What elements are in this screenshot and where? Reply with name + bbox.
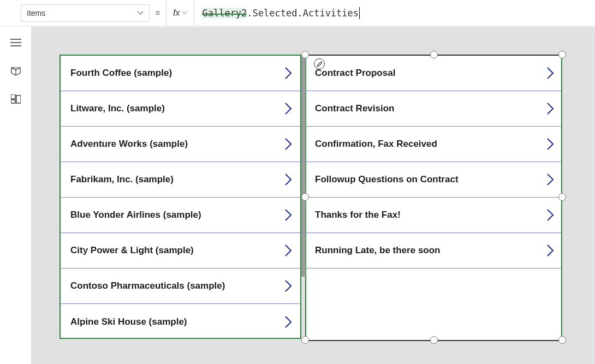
tree-view-icon[interactable]: [10, 67, 21, 75]
resize-handle[interactable]: [558, 51, 566, 58]
list-item-label: Alpine Ski House (sample): [70, 317, 187, 327]
list-item[interactable]: Fourth Coffee (sample): [61, 56, 300, 91]
formula-bar: Items = fx Gallery2.Selected.Activities: [0, 0, 595, 26]
fx-button[interactable]: fx: [166, 0, 194, 26]
property-dropdown[interactable]: Items: [21, 4, 150, 22]
chevron-right-icon[interactable]: [546, 172, 555, 187]
chevron-right-icon[interactable]: [284, 137, 293, 151]
list-item-label: Litware, Inc. (sample): [70, 103, 165, 114]
chevron-right-icon[interactable]: [284, 102, 293, 116]
list-item[interactable]: Confirmation, Fax Received: [305, 127, 562, 162]
activities-gallery[interactable]: Contract Proposal Contract Revision Conf…: [305, 55, 562, 341]
canvas[interactable]: Fourth Coffee (sample) Litware, Inc. (sa…: [32, 26, 595, 364]
resize-handle[interactable]: [558, 193, 566, 201]
list-item[interactable]: Litware, Inc. (sample): [61, 91, 300, 127]
svg-rect-2: [11, 100, 15, 103]
resize-handle[interactable]: [301, 51, 309, 58]
equals-sign: =: [150, 9, 166, 17]
list-item[interactable]: Contract Proposal: [305, 56, 562, 91]
resize-handle[interactable]: [430, 336, 438, 344]
list-item[interactable]: Contoso Pharmaceuticals (sample): [61, 268, 300, 304]
resize-handle[interactable]: [301, 336, 309, 344]
list-item-label: Blue Yonder Airlines (sample): [70, 210, 201, 220]
list-item-label: Fourth Coffee (sample): [70, 68, 172, 79]
formula-tail: .Selected.Activities: [247, 8, 359, 19]
list-item[interactable]: City Power & Light (sample): [61, 233, 300, 268]
list-item-label: Running Late, be there soon: [315, 245, 441, 256]
resize-handle[interactable]: [558, 336, 566, 344]
chevron-down-icon: [137, 10, 144, 16]
hamburger-icon[interactable]: [10, 38, 21, 47]
chevron-right-icon[interactable]: [284, 208, 293, 222]
list-item-label: Contract Proposal: [315, 68, 395, 79]
scrollbar-thumb[interactable]: [301, 55, 306, 277]
fx-label: fx: [173, 8, 180, 18]
list-item[interactable]: Blue Yonder Airlines (sample): [61, 198, 300, 233]
list-item-label: Adventure Works (sample): [70, 139, 188, 150]
formula-reference: Gallery2: [202, 8, 247, 19]
stage-edge: [32, 26, 595, 27]
list-item[interactable]: Followup Questions on Contract: [305, 162, 562, 198]
list-item[interactable]: Running Late, be there soon: [305, 233, 562, 268]
accounts-gallery[interactable]: Fourth Coffee (sample) Litware, Inc. (sa…: [59, 55, 301, 339]
list-item[interactable]: Adventure Works (sample): [61, 127, 300, 162]
nav-rail: [0, 26, 32, 364]
svg-rect-1: [16, 96, 21, 103]
chevron-right-icon[interactable]: [546, 243, 555, 258]
list-item-label: Thanks for the Fax!: [315, 210, 401, 220]
chevron-right-icon[interactable]: [546, 102, 555, 116]
list-item-label: Followup Questions on Contract: [315, 174, 459, 185]
chevron-right-icon[interactable]: [284, 172, 293, 187]
gallery-empty-area: [305, 268, 562, 340]
insert-icon[interactable]: [10, 95, 21, 104]
list-item[interactable]: Fabrikam, Inc. (sample): [61, 162, 300, 198]
list-item[interactable]: Contract Revision: [305, 91, 562, 127]
svg-rect-0: [11, 94, 15, 99]
list-item-label: Contoso Pharmaceuticals (sample): [70, 281, 225, 291]
caret-icon: [359, 7, 360, 19]
list-item-label: Confirmation, Fax Received: [315, 139, 437, 150]
resize-handle[interactable]: [430, 51, 438, 58]
chevron-right-icon[interactable]: [284, 315, 293, 329]
list-item[interactable]: Alpine Ski House (sample): [61, 304, 300, 339]
resize-handle[interactable]: [301, 193, 309, 201]
property-label: Items: [27, 9, 45, 17]
edit-pencil-icon[interactable]: [314, 58, 325, 69]
list-item-label: Contract Revision: [315, 103, 394, 114]
chevron-right-icon[interactable]: [546, 208, 555, 222]
formula-input[interactable]: Gallery2.Selected.Activities: [194, 0, 595, 26]
chevron-right-icon[interactable]: [284, 66, 293, 80]
chevron-down-icon: [182, 10, 187, 16]
chevron-right-icon[interactable]: [284, 243, 293, 258]
chevron-right-icon[interactable]: [284, 279, 293, 293]
chevron-right-icon[interactable]: [546, 66, 555, 80]
list-item-label: City Power & Light (sample): [70, 245, 194, 256]
list-item-label: Fabrikam, Inc. (sample): [70, 174, 174, 185]
list-item[interactable]: Thanks for the Fax!: [305, 198, 562, 233]
chevron-right-icon[interactable]: [546, 137, 555, 151]
